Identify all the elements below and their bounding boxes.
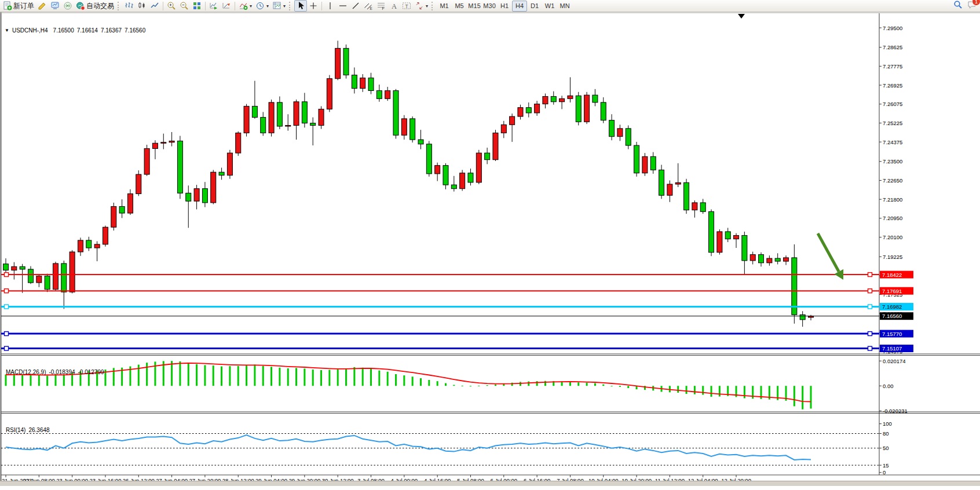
- fibonacci-button[interactable]: F: [375, 0, 387, 12]
- indicators-button[interactable]: ▾: [237, 0, 254, 12]
- candle-body: [725, 232, 730, 239]
- new-order-button[interactable]: 新订单: [1, 0, 36, 12]
- timeframe-m1-button[interactable]: M1: [437, 1, 452, 12]
- line-handle[interactable]: [5, 346, 9, 350]
- line-handle[interactable]: [868, 305, 872, 309]
- toolbar-drag-handle[interactable]: [432, 2, 434, 10]
- macd-histogram-bar: [412, 376, 414, 386]
- linechart-icon: [150, 1, 159, 10]
- periods-button[interactable]: ▾: [254, 0, 270, 12]
- equidistant-channel-button[interactable]: E: [362, 0, 375, 12]
- line-handle[interactable]: [5, 273, 9, 277]
- timeframe-h4-button[interactable]: H4: [512, 1, 527, 12]
- candle-body: [310, 123, 316, 126]
- line-handle[interactable]: [5, 332, 9, 336]
- timeframe-m30-button[interactable]: M30: [482, 1, 497, 12]
- macd-histogram-bar: [13, 374, 15, 386]
- candle-body: [36, 276, 42, 283]
- status-strip: [0, 481, 980, 486]
- line-price-flag-label: 7.17691: [882, 288, 902, 294]
- horizontal-line-button[interactable]: [337, 0, 349, 12]
- zoom-out-button[interactable]: [178, 0, 191, 12]
- macd-histogram-bar: [428, 380, 430, 386]
- templates-button[interactable]: ▾: [270, 0, 287, 12]
- zoom-in-button[interactable]: [165, 0, 178, 12]
- arrows-button[interactable]: ▾: [413, 0, 430, 12]
- toolbar-drag-handle[interactable]: [289, 2, 292, 10]
- price-chart[interactable]: 7.295007.286257.277757.269257.260757.252…: [0, 12, 980, 486]
- timeframe-m15-button[interactable]: M15: [467, 1, 482, 12]
- macd-histogram-bar: [802, 386, 803, 409]
- dropdown-caret-icon[interactable]: ▾: [426, 3, 428, 9]
- candle-body: [186, 193, 191, 201]
- dropdown-caret-icon[interactable]: ▾: [283, 3, 286, 9]
- toolbar-separator: [205, 2, 206, 10]
- line-handle[interactable]: [868, 273, 872, 277]
- candle-body: [609, 120, 615, 137]
- candle-body: [418, 140, 423, 144]
- macd-histogram-bar: [528, 382, 529, 386]
- toolbar-drag-handle[interactable]: [118, 2, 120, 10]
- candle-body: [584, 95, 590, 122]
- bar-chart-button[interactable]: [123, 0, 136, 12]
- candle-body: [360, 78, 365, 89]
- timeframe-m5-button[interactable]: M5: [452, 1, 467, 12]
- line-handle[interactable]: [868, 332, 872, 336]
- vertical-line-button[interactable]: [324, 0, 337, 12]
- crosshair-button[interactable]: [307, 0, 320, 12]
- macd-histogram-bar: [337, 369, 339, 386]
- macd-histogram-bar: [262, 366, 264, 386]
- timeframe-h1-button[interactable]: H1: [497, 1, 512, 12]
- candle-body: [717, 232, 722, 253]
- fibo-icon: F: [376, 1, 386, 10]
- candle-body: [742, 235, 747, 260]
- macd-histogram-bar: [5, 375, 7, 386]
- dropdown-caret-icon[interactable]: ▾: [266, 3, 269, 9]
- signals-button[interactable]: [61, 0, 74, 12]
- macd-histogram-bar: [810, 386, 812, 408]
- auto-trading-button[interactable]: 自动交易: [74, 0, 116, 12]
- candlestick-chart-button[interactable]: [136, 0, 148, 12]
- vline-icon: [326, 1, 335, 10]
- line-handle[interactable]: [868, 289, 872, 293]
- market-watch-button[interactable]: [49, 0, 61, 12]
- signal-icon: [63, 1, 72, 10]
- trendline-button[interactable]: [349, 0, 362, 12]
- auto-scroll-button[interactable]: [207, 0, 220, 12]
- macd-histogram-bar: [270, 367, 272, 386]
- search-icon: [953, 0, 963, 9]
- chat-button[interactable]: 1: [967, 0, 977, 12]
- timeframe-d1-button[interactable]: D1: [527, 1, 542, 12]
- timeframe-mn-button[interactable]: MN: [557, 1, 572, 12]
- line-chart-button[interactable]: [148, 0, 161, 12]
- macd-histogram-bar: [619, 386, 621, 387]
- candle-body: [127, 194, 133, 213]
- metaeditor-button[interactable]: [36, 0, 49, 12]
- line-handle[interactable]: [868, 346, 872, 350]
- macd-histogram-bar: [362, 368, 364, 386]
- text-button[interactable]: A: [387, 0, 400, 12]
- candle-body: [219, 172, 224, 175]
- candle-body: [86, 240, 92, 248]
- candle-body: [343, 48, 349, 75]
- macd-histogram-bar: [54, 374, 56, 386]
- dropdown-caret-icon[interactable]: ▾: [250, 3, 252, 9]
- cursor-button[interactable]: [294, 0, 307, 12]
- text-label-button[interactable]: T: [400, 0, 413, 12]
- search-button[interactable]: [953, 0, 963, 12]
- price-tick-label: 7.29500: [883, 25, 902, 31]
- candle-body: [451, 185, 456, 189]
- timeframe-w1-button[interactable]: W1: [542, 1, 557, 12]
- chart-shift-button[interactable]: [220, 0, 233, 12]
- chart-window[interactable]: 7.295007.286257.277757.269257.260757.252…: [0, 12, 980, 486]
- macd-histogram-bar: [536, 381, 538, 386]
- candle-body: [709, 211, 714, 252]
- candle-body: [659, 170, 664, 195]
- line-handle[interactable]: [5, 305, 9, 309]
- macd-histogram-bar: [445, 383, 447, 386]
- macd-histogram-bar: [611, 386, 613, 386]
- candle-body: [376, 90, 382, 98]
- line-handle[interactable]: [5, 289, 9, 293]
- tile-windows-button[interactable]: [191, 0, 203, 12]
- candle-body: [700, 203, 705, 211]
